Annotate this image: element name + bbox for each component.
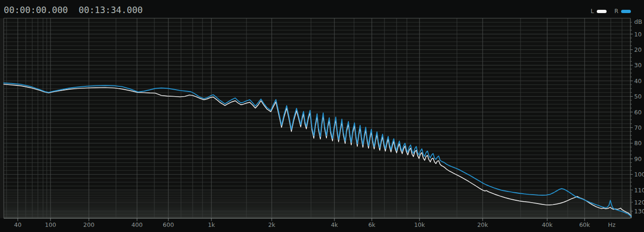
y-axis-tick-label: 20 xyxy=(634,46,642,53)
x-axis-tick-label: 100 xyxy=(45,221,56,228)
x-axis-tick-label: 40k xyxy=(542,221,553,228)
x-axis-tick-label: 600 xyxy=(163,221,174,228)
y-axis-tick-label: 110 xyxy=(634,187,644,194)
x-axis-tick-label: 10k xyxy=(414,221,425,228)
y-axis-tick-label: 60 xyxy=(634,109,642,116)
y-axis-labels: 102030405060708090100110120130dB xyxy=(630,18,644,218)
y-axis-tick-label: 90 xyxy=(634,155,642,162)
y-axis-tick-label: 30 xyxy=(634,62,642,69)
y-axis-tick-label: 80 xyxy=(634,140,642,147)
x-axis-tick-label: 6k xyxy=(368,221,376,228)
y-axis-tick-label: 120 xyxy=(634,199,644,206)
y-axis-tick-label: 10 xyxy=(634,31,642,38)
x-axis-tick-label: 60k xyxy=(579,221,590,228)
y-axis-tick-label: 130 xyxy=(634,208,644,215)
x-axis-tick-label: 20k xyxy=(477,221,488,228)
x-axis-unit-label: Hz xyxy=(608,221,615,228)
y-axis-tick-label: 100 xyxy=(634,171,644,178)
x-axis-tick-label: 40 xyxy=(14,221,22,228)
x-axis-tick-label: 400 xyxy=(131,221,143,228)
x-axis-tick-label: 2k xyxy=(268,221,275,228)
spectrum-plot-canvas[interactable]: 401002004006001k2k4k6k10k20k40k60kHz1020… xyxy=(0,0,644,232)
x-axis-tick-label: 1k xyxy=(208,221,215,228)
y-axis-tick-label: 40 xyxy=(634,77,642,84)
y-axis-tick-label: 50 xyxy=(634,93,642,100)
spectrum-analyzer-window: 00:00:00.000 00:13:34.000 L R 4010020040… xyxy=(0,0,644,232)
x-axis-tick-label: 200 xyxy=(83,221,94,228)
x-axis-labels: 401002004006001k2k4k6k10k20k40k60kHz xyxy=(14,218,615,229)
y-axis-tick-label: 70 xyxy=(634,124,642,131)
x-axis-tick-label: 4k xyxy=(331,221,338,228)
y-axis-unit-label: dB xyxy=(634,18,642,25)
